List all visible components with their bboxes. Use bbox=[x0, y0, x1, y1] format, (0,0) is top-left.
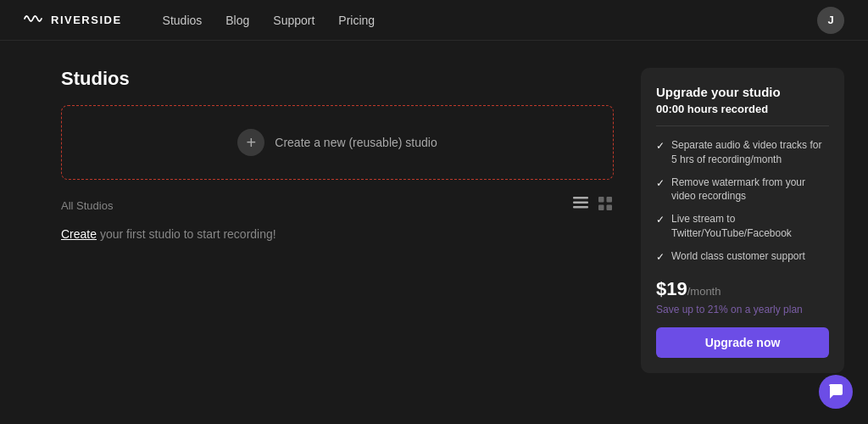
check-icon-4: ✓ bbox=[656, 250, 665, 265]
page-title: Studios bbox=[61, 68, 614, 90]
features-list: ✓ Separate audio & video tracks for 5 hr… bbox=[656, 138, 829, 265]
price-period: /month bbox=[687, 285, 721, 298]
logo-wave-icon bbox=[24, 12, 42, 29]
grid-view-button[interactable] bbox=[597, 195, 614, 215]
feature-text-4: World class customer support bbox=[671, 249, 805, 264]
svg-rect-6 bbox=[607, 205, 613, 211]
studios-header: All Studios bbox=[61, 195, 614, 215]
create-studio-box[interactable]: + Create a new (reusable) studio bbox=[61, 105, 614, 180]
view-icons bbox=[571, 195, 614, 215]
create-link[interactable]: Create bbox=[61, 227, 97, 241]
list-item: ✓ World class customer support bbox=[656, 249, 829, 265]
logo[interactable]: RIVERSIDE bbox=[24, 12, 122, 29]
plus-circle: + bbox=[237, 129, 264, 156]
create-studio-label: Create a new (reusable) studio bbox=[275, 136, 437, 149]
avatar[interactable]: J bbox=[817, 7, 844, 34]
check-icon-1: ✓ bbox=[656, 139, 665, 153]
left-column: Studios + Create a new (reusable) studio… bbox=[61, 68, 614, 400]
price-amount: $19 bbox=[656, 278, 687, 299]
nav-link-studios[interactable]: Studios bbox=[163, 14, 203, 27]
price-row: $19/month bbox=[656, 278, 829, 300]
svg-rect-3 bbox=[598, 197, 604, 203]
nav-link-pricing[interactable]: Pricing bbox=[338, 14, 375, 27]
all-studios-label: All Studios bbox=[61, 199, 113, 212]
empty-state: Create your first studio to start record… bbox=[61, 227, 614, 241]
upgrade-card-title: Upgrade your studio bbox=[656, 85, 829, 99]
list-item: ✓ Remove watermark from your video recor… bbox=[656, 176, 829, 204]
hours-value: 00:00 bbox=[656, 103, 684, 115]
hours-label: hours recorded bbox=[684, 103, 768, 115]
svg-rect-5 bbox=[598, 205, 604, 211]
list-view-button[interactable] bbox=[571, 195, 590, 215]
svg-rect-2 bbox=[573, 206, 588, 209]
list-item: ✓ Separate audio & video tracks for 5 hr… bbox=[656, 138, 829, 167]
nav-links: Studios Blog Support Pricing bbox=[163, 14, 817, 27]
plus-icon: + bbox=[246, 133, 256, 153]
svg-rect-0 bbox=[573, 197, 588, 199]
feature-text-2: Remove watermark from your video recordi… bbox=[671, 176, 829, 204]
nav-link-support[interactable]: Support bbox=[273, 14, 314, 27]
hours-recorded: 00:00 hours recorded bbox=[656, 103, 829, 126]
check-icon-2: ✓ bbox=[656, 176, 665, 191]
main-content: Studios + Create a new (reusable) studio… bbox=[0, 41, 868, 424]
save-text: Save up to 21% on a yearly plan bbox=[656, 304, 829, 315]
feature-text-1: Separate audio & video tracks for 5 hrs … bbox=[671, 138, 829, 167]
svg-rect-4 bbox=[607, 197, 613, 203]
feature-text-3: Live stream to Twitter/YouTube/Facebook bbox=[671, 212, 829, 241]
svg-rect-1 bbox=[573, 202, 588, 204]
list-item: ✓ Live stream to Twitter/YouTube/Faceboo… bbox=[656, 212, 829, 241]
nav-link-blog[interactable]: Blog bbox=[225, 14, 249, 27]
chat-bubble-button[interactable] bbox=[819, 375, 853, 409]
empty-state-text: your first studio to start recording! bbox=[97, 227, 276, 241]
upgrade-card: Upgrade your studio 00:00 hours recorded… bbox=[641, 68, 844, 373]
check-icon-3: ✓ bbox=[656, 213, 665, 227]
logo-text: RIVERSIDE bbox=[51, 14, 122, 26]
upgrade-now-button[interactable]: Upgrade now bbox=[656, 327, 829, 358]
